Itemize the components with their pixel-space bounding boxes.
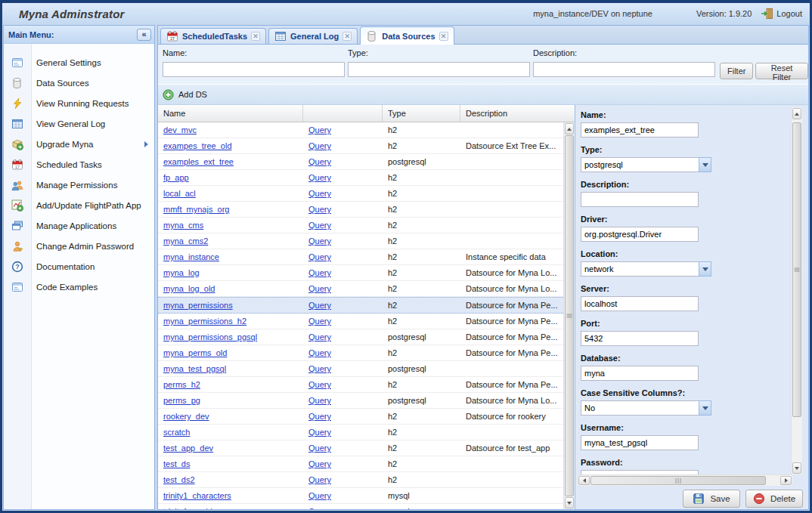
tab-data-sources[interactable]: Data Sources✕: [360, 26, 454, 45]
scroll-left-icon[interactable]: [578, 476, 590, 485]
table-row[interactable]: myna_log_oldQueryh2Datsource for Myna Lo…: [158, 281, 563, 297]
sidebar-item-data-sources[interactable]: Data Sources: [4, 73, 154, 93]
chevron-down-icon[interactable]: [699, 261, 711, 277]
table-row[interactable]: trinity1_charactersQuerymysql: [158, 488, 563, 504]
sidebar-item-manage-permissions[interactable]: Manage Permissions: [4, 175, 154, 195]
datasource-name-link[interactable]: myna_perms_old: [163, 348, 227, 357]
query-link[interactable]: Query: [308, 157, 331, 166]
query-link[interactable]: Query: [308, 221, 331, 230]
query-link[interactable]: Query: [308, 317, 331, 326]
datasource-name-link[interactable]: trinity1_characters: [163, 491, 231, 500]
scrollbar-thumb[interactable]: [792, 122, 801, 417]
type-select[interactable]: [581, 157, 711, 172]
datasource-name-link[interactable]: dev_mvc: [163, 125, 197, 134]
datasource-name-link[interactable]: fp_app: [163, 173, 189, 182]
datasource-name-link[interactable]: myna_permissions_h2: [163, 317, 246, 326]
datasource-name-link[interactable]: rookery_dev: [163, 412, 209, 421]
scroll-down-icon[interactable]: [792, 462, 801, 474]
sidebar-item-manage-applications[interactable]: Manage Applications: [4, 215, 154, 236]
scroll-down-icon[interactable]: [565, 497, 574, 508]
query-link[interactable]: Query: [308, 459, 331, 468]
datasource-name-link[interactable]: myna_test_pgsql: [163, 364, 226, 373]
tab-scheduledtasks[interactable]: 17ScheduledTasks✕: [160, 28, 266, 44]
datasource-name-link[interactable]: mmft_mynajs_org: [163, 205, 229, 214]
close-icon[interactable]: ✕: [342, 32, 352, 41]
logout-button[interactable]: Logout: [776, 9, 802, 18]
query-link[interactable]: Query: [308, 236, 331, 246]
reset-filter-button[interactable]: Reset Filter: [755, 63, 808, 79]
query-link[interactable]: Query: [308, 507, 331, 509]
table-row[interactable]: perms_pgQuerypostgresqlDatsource for Myn…: [158, 393, 563, 409]
datasource-name-link[interactable]: myna_log_old: [163, 284, 215, 293]
table-row[interactable]: myna_permissions_pgsqlQuerypostgresqlDat…: [158, 329, 563, 345]
chevron-down-icon[interactable]: [699, 157, 711, 172]
datasource-name-link[interactable]: trinity1_world: [163, 507, 212, 509]
scrollbar-thumb[interactable]: [590, 476, 766, 485]
sidebar-item-general-settings[interactable]: General Settings: [4, 52, 154, 73]
datasource-name-link[interactable]: perms_h2: [163, 380, 200, 389]
datasource-name-link[interactable]: myna_instance: [163, 252, 219, 261]
datasource-name-link[interactable]: local_acl: [163, 189, 196, 198]
name-field[interactable]: [581, 122, 699, 138]
filter-name-input[interactable]: [163, 62, 345, 77]
table-row[interactable]: test_ds2Queryh2: [158, 472, 563, 488]
table-row[interactable]: perms_h2Queryh2Datsource for Myna Pe...: [158, 377, 563, 393]
query-link[interactable]: Query: [308, 348, 331, 357]
scroll-up-icon[interactable]: [792, 108, 801, 119]
datasource-name-link[interactable]: myna_cms: [163, 221, 203, 230]
scroll-right-icon[interactable]: [780, 476, 792, 485]
query-link[interactable]: Query: [308, 284, 331, 293]
table-row[interactable]: scratchQueryh2: [158, 425, 563, 440]
sidebar-item-add-update-flightpath-app[interactable]: Add/Update FlightPath App: [4, 195, 154, 215]
datasource-name-link[interactable]: myna_permissions_pgsql: [163, 332, 257, 341]
query-link[interactable]: Query: [308, 475, 331, 484]
datasource-name-link[interactable]: myna_cms2: [163, 236, 208, 246]
query-link[interactable]: Query: [308, 491, 331, 500]
datasource-name-link[interactable]: test_app_dev: [163, 443, 213, 453]
description-field[interactable]: [581, 192, 699, 207]
query-link[interactable]: Query: [308, 141, 331, 150]
save-button[interactable]: Save: [683, 490, 740, 508]
table-row[interactable]: dev_mvcQueryh2: [158, 122, 563, 138]
scroll-up-icon[interactable]: [565, 123, 574, 134]
table-row[interactable]: exampes_tree_oldQueryh2Datsource Ext Tre…: [158, 138, 563, 154]
close-icon[interactable]: ✕: [251, 32, 260, 41]
query-link[interactable]: Query: [308, 125, 331, 134]
driver-field[interactable]: [581, 227, 699, 242]
sidebar-item-view-general-log[interactable]: View General Log: [4, 113, 154, 134]
server-field[interactable]: [581, 296, 699, 311]
sidebar-item-code-examples[interactable]: Code Examples: [4, 277, 154, 297]
location-select[interactable]: [581, 261, 711, 277]
query-link[interactable]: Query: [308, 396, 331, 405]
collapse-sidebar-button[interactable]: «: [137, 29, 151, 41]
datasource-name-link[interactable]: myna_permissions: [163, 301, 233, 310]
table-row[interactable]: myna_cmsQueryh2: [158, 218, 563, 233]
query-link[interactable]: Query: [308, 332, 331, 341]
column-header-description[interactable]: Description: [460, 105, 575, 122]
add-ds-button[interactable]: Add DS: [163, 89, 207, 100]
filter-button[interactable]: Filter: [720, 63, 753, 79]
query-link[interactable]: Query: [308, 173, 331, 182]
username-field[interactable]: [581, 435, 699, 450]
table-row[interactable]: fp_appQueryh2: [158, 170, 563, 186]
query-link[interactable]: Query: [308, 301, 331, 310]
close-icon[interactable]: ✕: [439, 32, 448, 41]
column-header-query[interactable]: [303, 105, 383, 122]
table-row[interactable]: myna_logQueryh2Datsource for Myna Lo...: [158, 265, 563, 281]
chevron-down-icon[interactable]: [699, 400, 711, 416]
datasource-name-link[interactable]: scratch: [163, 428, 190, 437]
table-row[interactable]: rookery_devQueryh2Datsource for rookery: [158, 409, 563, 425]
query-link[interactable]: Query: [308, 189, 331, 198]
sidebar-item-scheduled-tasks[interactable]: 17Scheduled Tasks: [4, 154, 154, 175]
query-link[interactable]: Query: [308, 252, 331, 261]
sidebar-item-view-running-requests[interactable]: View Running Requests: [4, 93, 154, 113]
filter-description-input[interactable]: [533, 62, 715, 77]
table-row[interactable]: myna_perms_oldQueryh2Datsource for Myna …: [158, 345, 563, 361]
column-header-type[interactable]: Type: [383, 105, 460, 122]
filter-type-input[interactable]: [348, 62, 530, 77]
query-link[interactable]: Query: [308, 268, 331, 277]
form-horizontal-scrollbar[interactable]: [578, 474, 792, 486]
table-row[interactable]: myna_cms2Queryh2: [158, 233, 563, 249]
delete-button[interactable]: Delete: [745, 490, 803, 508]
table-row[interactable]: myna_test_pgsqlQuerypostgresql: [158, 361, 563, 377]
